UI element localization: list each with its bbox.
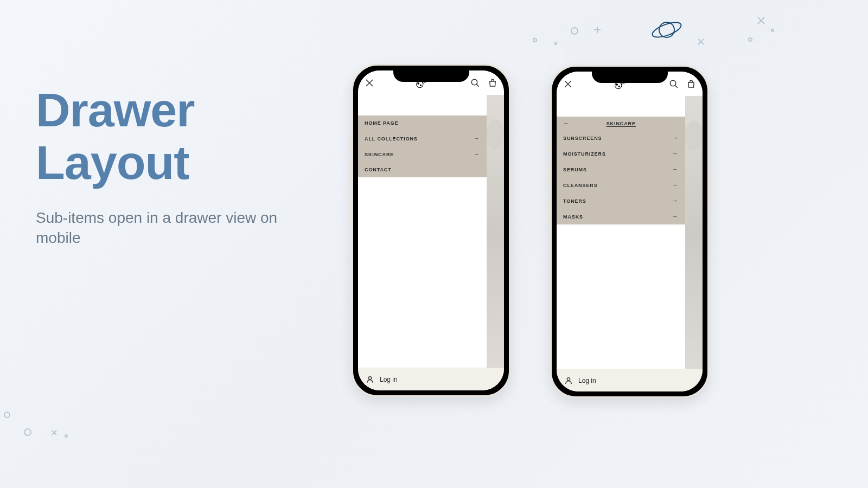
svg-point-13 — [471, 79, 477, 85]
svg-point-3 — [749, 38, 752, 41]
search-icon[interactable] — [669, 79, 679, 89]
circle-doodle-icon — [570, 26, 579, 36]
user-icon — [564, 376, 573, 385]
sparkle-icon — [697, 38, 705, 46]
submenu-item-masks[interactable]: MASKS → — [557, 209, 685, 224]
submenu-item-serums[interactable]: SERUMS → — [557, 162, 685, 177]
planet-icon — [650, 16, 683, 43]
login-row[interactable]: Log in — [358, 368, 504, 390]
svg-point-8 — [24, 429, 31, 435]
chevron-right-icon: → — [672, 182, 679, 188]
menu-item-label: TONERS — [563, 198, 586, 204]
chevron-right-icon: → — [474, 151, 480, 157]
close-icon[interactable] — [365, 78, 374, 88]
svg-point-2 — [571, 28, 578, 34]
menu-item-label: CLEANSERS — [563, 183, 598, 188]
drawer-menu: HOME PAGE ALL COLLECTIONS → SKINCARE → C… — [358, 115, 487, 177]
dot-doodle-icon — [770, 28, 775, 33]
svg-point-9 — [65, 435, 67, 437]
svg-point-16 — [616, 84, 617, 85]
menu-item-label: HOME PAGE — [365, 120, 398, 126]
phone-mockup-primary: HOME PAGE ALL COLLECTIONS → SKINCARE → C… — [352, 64, 510, 397]
svg-point-14 — [368, 376, 371, 379]
sparkle-icon — [757, 16, 765, 25]
login-label: Log in — [578, 377, 596, 384]
submenu-item-cleansers[interactable]: CLEANSERS → — [557, 177, 685, 193]
menu-item-label: MOISTURIZERS — [563, 151, 606, 157]
submenu-item-moisturizers[interactable]: MOISTURIZERS → — [557, 146, 685, 162]
svg-point-17 — [618, 86, 620, 87]
search-icon[interactable] — [470, 78, 480, 88]
page-subtitle: Sub-items open in a drawer view on mobil… — [36, 208, 318, 249]
circle-doodle-icon — [3, 411, 11, 419]
phone-mockup-submenu: ← SKINCARE SUNSCREENS → MOISTURIZERS → S… — [550, 65, 709, 398]
user-icon — [366, 375, 374, 384]
menu-item-home-page[interactable]: HOME PAGE — [358, 115, 487, 131]
submenu-item-toners[interactable]: TONERS → — [557, 193, 685, 209]
menu-item-label: ALL COLLECTIONS — [365, 136, 418, 142]
content-preview-strip — [487, 95, 504, 368]
svg-point-6 — [555, 43, 557, 45]
circle-doodle-icon — [23, 427, 33, 437]
chevron-right-icon: → — [672, 214, 679, 220]
svg-point-4 — [771, 29, 774, 31]
sparkle-icon — [593, 26, 601, 34]
svg-point-18 — [670, 80, 676, 86]
drawer-submenu: ← SKINCARE SUNSCREENS → MOISTURIZERS → S… — [557, 117, 685, 224]
dot-doodle-icon — [748, 37, 753, 42]
cart-icon[interactable] — [488, 78, 497, 88]
back-icon[interactable]: ← — [563, 120, 570, 126]
svg-point-19 — [567, 377, 570, 380]
dot-doodle-icon — [533, 38, 537, 42]
submenu-title: SKINCARE — [570, 121, 673, 126]
content-preview-strip — [685, 96, 703, 369]
menu-item-label: MASKS — [563, 214, 583, 220]
menu-item-skincare[interactable]: SKINCARE → — [358, 146, 487, 162]
login-row[interactable]: Log in — [557, 369, 703, 391]
page-title: Drawer Layout — [36, 84, 318, 189]
menu-item-label: SUNSCREENS — [563, 136, 602, 141]
chevron-right-icon: → — [672, 151, 679, 157]
menu-item-contact[interactable]: CONTACT — [358, 162, 487, 177]
menu-item-all-collections[interactable]: ALL COLLECTIONS → — [358, 131, 487, 146]
close-icon[interactable] — [563, 79, 573, 89]
cart-icon[interactable] — [686, 79, 696, 89]
login-label: Log in — [380, 376, 398, 383]
dot-doodle-icon — [554, 42, 557, 45]
menu-item-label: SKINCARE — [365, 152, 394, 157]
sparkle-icon — [51, 429, 58, 436]
svg-point-12 — [420, 85, 421, 86]
submenu-item-sunscreens[interactable]: SUNSCREENS → — [557, 130, 685, 146]
menu-item-label: CONTACT — [365, 167, 392, 172]
chevron-right-icon: → — [672, 198, 679, 204]
chevron-right-icon: → — [672, 135, 679, 141]
chevron-right-icon: → — [474, 136, 480, 142]
chevron-right-icon: → — [672, 166, 679, 172]
svg-point-5 — [533, 38, 537, 42]
menu-item-label: SERUMS — [563, 167, 587, 172]
svg-point-11 — [417, 82, 419, 84]
svg-point-7 — [4, 412, 10, 418]
dot-doodle-icon — [64, 434, 68, 438]
